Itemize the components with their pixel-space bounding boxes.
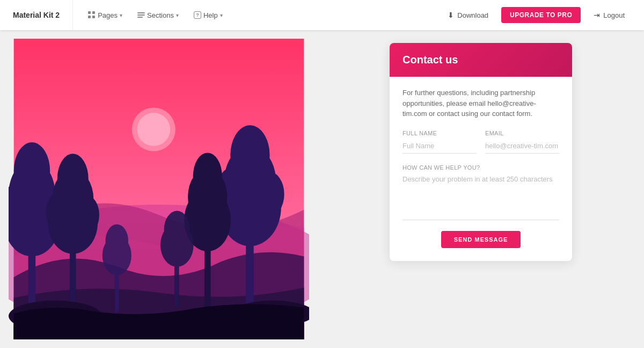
- nav-item-sections[interactable]: Sections ▾: [131, 8, 185, 23]
- form-group-message: How can we help you?: [402, 162, 559, 222]
- navbar-nav: Pages ▾ Sections ▾ ? Help ▾: [82, 8, 439, 23]
- email-label: Email: [485, 130, 559, 136]
- svg-point-22: [251, 171, 284, 218]
- right-panel: Contact us For further questions, includ…: [318, 30, 644, 348]
- logout-label: Logout: [603, 11, 625, 19]
- main-content: Contact us For further questions, includ…: [0, 30, 644, 348]
- full-name-label: Full Name: [402, 130, 477, 136]
- download-icon: ⬇: [448, 11, 454, 19]
- card-description: For further questions, including partner…: [402, 88, 559, 119]
- nav-help-label: Help: [203, 11, 218, 19]
- help-icon: ?: [194, 11, 201, 19]
- svg-point-15: [46, 192, 75, 233]
- contact-card: Contact us For further questions, includ…: [390, 43, 572, 261]
- download-button[interactable]: ⬇ Download: [439, 7, 497, 23]
- sections-icon: [137, 12, 145, 18]
- nav-sections-label: Sections: [147, 11, 174, 19]
- send-message-button[interactable]: SEND MESSAGE: [441, 231, 521, 248]
- svg-point-16: [74, 195, 99, 235]
- left-panel: [0, 30, 318, 348]
- send-message-label: SEND MESSAGE: [454, 236, 508, 243]
- card-body: For further questions, including partner…: [390, 77, 572, 261]
- svg-point-29: [106, 224, 128, 258]
- navbar-brand: Material Kit 2: [0, 0, 73, 30]
- navbar-actions: ⬇ Download UPGRADE TO PRO ⇥ Logout: [439, 7, 633, 23]
- upgrade-label: UPGRADE TO PRO: [510, 11, 572, 19]
- pages-icon: [88, 11, 96, 19]
- nav-pages-label: Pages: [98, 11, 118, 19]
- card-title: Contact us: [402, 54, 559, 66]
- illustration-container: [9, 39, 309, 339]
- nav-item-pages[interactable]: Pages ▾: [82, 8, 129, 23]
- form-row-name-email: Full Name Email: [402, 130, 559, 154]
- card-header: Contact us: [390, 43, 572, 77]
- forest-illustration: [9, 39, 309, 339]
- logout-icon: ⇥: [594, 11, 600, 19]
- email-input[interactable]: [485, 139, 559, 154]
- svg-point-32: [164, 211, 190, 249]
- svg-point-26: [193, 153, 222, 199]
- sections-chevron-icon: ▾: [176, 12, 179, 18]
- logout-button[interactable]: ⇥ Logout: [585, 7, 633, 23]
- form-group-email: Email: [485, 130, 559, 154]
- nav-item-help[interactable]: ? Help ▾: [187, 8, 229, 23]
- svg-point-2: [137, 113, 170, 146]
- full-name-input[interactable]: [402, 139, 477, 154]
- brand-label: Material Kit 2: [13, 11, 60, 19]
- message-label: How can we help you?: [402, 164, 480, 171]
- form-group-name: Full Name: [402, 130, 477, 154]
- download-label: Download: [457, 11, 488, 19]
- message-textarea[interactable]: [402, 172, 559, 220]
- navbar: Material Kit 2 Pages ▾ Sections ▾ ? Help…: [0, 0, 644, 30]
- upgrade-button[interactable]: UPGRADE TO PRO: [501, 7, 581, 23]
- help-chevron-icon: ▾: [220, 12, 223, 18]
- pages-chevron-icon: ▾: [120, 12, 122, 18]
